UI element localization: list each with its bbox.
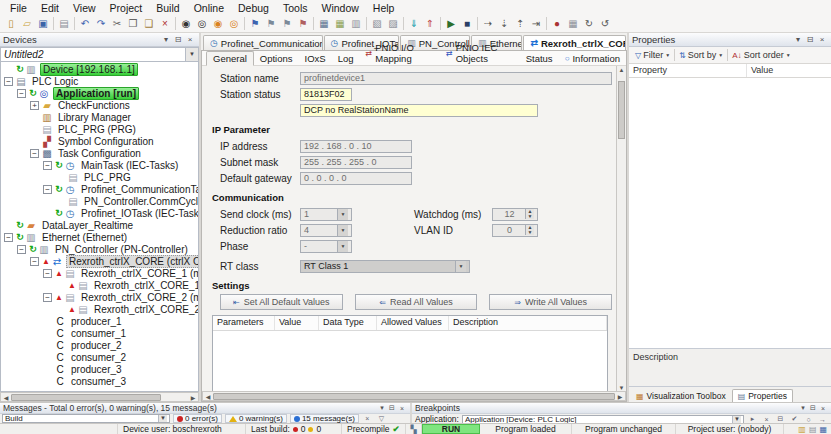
menu-view[interactable]: View <box>66 0 103 15</box>
tree-row[interactable]: Cproducer_3 <box>1 363 198 375</box>
editor-hscrollbar[interactable]: ◀ ▶ <box>202 391 626 401</box>
column-header-value[interactable]: Value <box>275 316 319 330</box>
sort-by-button[interactable]: ⇅Sort by▼ <box>676 50 726 60</box>
cut-icon[interactable]: ✂ <box>109 16 125 31</box>
paste-icon[interactable]: ❑ <box>141 16 157 31</box>
scroll-thumb[interactable] <box>11 394 161 401</box>
menu-project[interactable]: Project <box>103 0 150 15</box>
tree-row[interactable]: −▲▤Rexroth_ctrlX_CORE_2 (module_in) <box>1 291 198 303</box>
tab-profinet_communicationtask[interactable]: ◷Profinet_CommunicationTask <box>203 35 323 50</box>
tree-row[interactable]: +▰CheckFunctions <box>1 99 198 111</box>
scroll-left-icon[interactable]: ◀ <box>203 393 213 400</box>
next-bookmark-icon[interactable]: ⚑ <box>263 16 279 31</box>
menu-file[interactable]: File <box>3 0 34 15</box>
default-gateway-field[interactable]: 0 . 0 . 0 . 0 <box>300 172 412 185</box>
tree-row[interactable]: ↻◷Profinet_IOTask (IEC-Tasks) <box>1 207 198 219</box>
subtab-ioxs[interactable]: IOxS <box>299 52 332 65</box>
close-icon[interactable]: × <box>818 405 828 412</box>
column-header-allowed-values[interactable]: Allowed Values <box>377 316 449 330</box>
collapse-icon[interactable]: − <box>17 245 26 254</box>
find-settings-icon[interactable]: ◎ <box>194 16 210 31</box>
find-replace-icon[interactable]: ◉ <box>210 16 226 31</box>
tree-row[interactable]: ▲▤Rexroth_ctrlX_CORE_1_1 (byte_128_out) <box>1 279 198 291</box>
replace-settings-icon[interactable]: ◎ <box>226 16 242 31</box>
errors-filter-button[interactable]: 0 error(s) <box>173 414 222 423</box>
tree-row[interactable]: −▩Task Configuration <box>1 147 198 159</box>
tree-row[interactable]: −↻◷MainTask (IEC-Tasks) <box>1 159 198 171</box>
pin-icon[interactable]: ⊟ <box>804 35 816 44</box>
step-into-icon[interactable]: ⇣ <box>496 16 512 31</box>
open-file-icon[interactable]: ▱ <box>19 16 35 31</box>
compile-icon[interactable]: ▦ <box>316 16 332 31</box>
menu-window[interactable]: Window <box>314 0 365 15</box>
chevron-down-icon[interactable]: ▼ <box>158 415 167 422</box>
tree-row[interactable]: ↻▥Device [192.168.1.1] <box>1 63 198 75</box>
run-to-cursor-icon[interactable]: ⇥ <box>528 16 544 31</box>
restart-icon[interactable]: ↺ <box>597 16 613 31</box>
breakpoint-icon[interactable]: ● <box>549 16 565 31</box>
disable-breakpoint-icon[interactable]: ○ <box>803 416 814 423</box>
clear-breakpoint-icon[interactable]: × <box>761 416 772 423</box>
tab-visualization-toolbox[interactable]: ▦Visualization Toolbox <box>631 390 731 402</box>
menu-help[interactable]: Help <box>366 0 402 15</box>
subnet-mask-field[interactable]: 255 . 255 . 255 . 0 <box>300 156 412 169</box>
project-combo[interactable]: Untitled2 ▼ <box>0 47 199 62</box>
spinner-icons[interactable]: ▲▼ <box>525 225 534 235</box>
collapse-icon[interactable]: − <box>43 161 52 170</box>
pin-icon[interactable]: ⊟ <box>387 404 397 412</box>
subtab-pnio-i-o-mapping[interactable]: ⇄PNIO I/O Mapping <box>360 41 440 65</box>
tree-row[interactable]: Cconsumer_3 <box>1 375 198 387</box>
tab-properties[interactable]: ▤Properties <box>732 389 793 402</box>
column-header-data-type[interactable]: Data Type <box>319 316 377 330</box>
tree-row[interactable]: Cproducer_1 <box>1 315 198 327</box>
print-icon[interactable]: ▤ <box>56 16 72 31</box>
clear-messages-icon[interactable]: × <box>362 415 373 422</box>
station-name-field[interactable]: profinetdevice1 <box>300 72 612 85</box>
collapse-icon[interactable]: − <box>17 89 26 98</box>
tree-row[interactable]: ↻▰DataLayer_Realtime <box>1 219 198 231</box>
column-header-parameters[interactable]: Parameters <box>213 316 275 330</box>
tree-row[interactable]: ▞Symbol Configuration <box>1 135 198 147</box>
tree-row[interactable]: Cconsumer_1 <box>1 327 198 339</box>
tree-row[interactable]: ▲▤Rexroth_ctrlX_CORE_2_1 (byte_128_in) <box>1 303 198 315</box>
copy-icon[interactable]: ❐ <box>125 16 141 31</box>
enable-breakpoint-icon[interactable]: ✔ <box>789 415 800 423</box>
expand-icon[interactable]: + <box>30 101 39 110</box>
tree-row[interactable]: −▲⇄Rexroth_ctrlX_CORE (ctrlX CORE) <box>1 255 198 267</box>
close-icon[interactable]: × <box>816 35 828 44</box>
collapse-icon[interactable]: − <box>43 293 52 302</box>
save-icon[interactable]: ▣ <box>35 16 51 31</box>
read-all-values-button[interactable]: ⇐Read All Values <box>355 294 478 310</box>
window-icon[interactable]: ▦ <box>565 16 581 31</box>
spinner-icons[interactable]: ▲▼ <box>525 209 534 219</box>
scroll-thumb[interactable] <box>213 393 615 400</box>
send-clock-dropdown[interactable]: 1▼ <box>300 208 352 221</box>
chevron-down-icon[interactable]: ▼ <box>337 241 348 252</box>
devices-hscrollbar[interactable]: ◀ ▶ <box>0 392 199 402</box>
column-header-description[interactable]: Description <box>449 316 607 330</box>
pane-menu-icon[interactable]: ▾ <box>160 35 172 44</box>
chevron-down-icon[interactable]: ▼ <box>337 209 348 220</box>
chevron-down-icon[interactable]: ▼ <box>185 48 198 61</box>
clear-bookmarks-icon[interactable]: ⚑ <box>295 16 311 31</box>
messages-filter-button[interactable]: 15 message(s) <box>290 414 359 423</box>
reset-icon[interactable]: ↻ <box>581 16 597 31</box>
collapse-icon[interactable]: − <box>43 185 52 194</box>
pane-menu-icon[interactable]: ▾ <box>377 404 387 412</box>
vlan-id-stepper[interactable]: 0▲▼ <box>492 224 538 237</box>
write-all-values-button[interactable]: ⇒Write All Values <box>489 294 612 310</box>
step-over-icon[interactable]: ⇢ <box>480 16 496 31</box>
delete-icon[interactable]: × <box>157 16 173 31</box>
phase-dropdown[interactable]: -▼ <box>300 240 352 253</box>
collapse-icon[interactable]: − <box>4 233 13 242</box>
chevron-down-icon[interactable]: ▼ <box>337 225 348 236</box>
value-column-header[interactable]: Value <box>747 64 831 77</box>
tree-row[interactable]: −▤PLC Logic <box>1 75 198 87</box>
warnings-filter-button[interactable]: 0 warning(s) <box>225 414 287 423</box>
collapse-icon[interactable]: − <box>4 77 13 86</box>
collapse-icon[interactable]: − <box>30 149 39 158</box>
scroll-left-icon[interactable]: ◀ <box>1 394 11 401</box>
previous-bookmark-icon[interactable]: ⚑ <box>279 16 295 31</box>
pin-icon[interactable]: ⊟ <box>172 35 184 44</box>
ip-address-field[interactable]: 192 . 168 . 0 . 10 <box>300 140 412 153</box>
